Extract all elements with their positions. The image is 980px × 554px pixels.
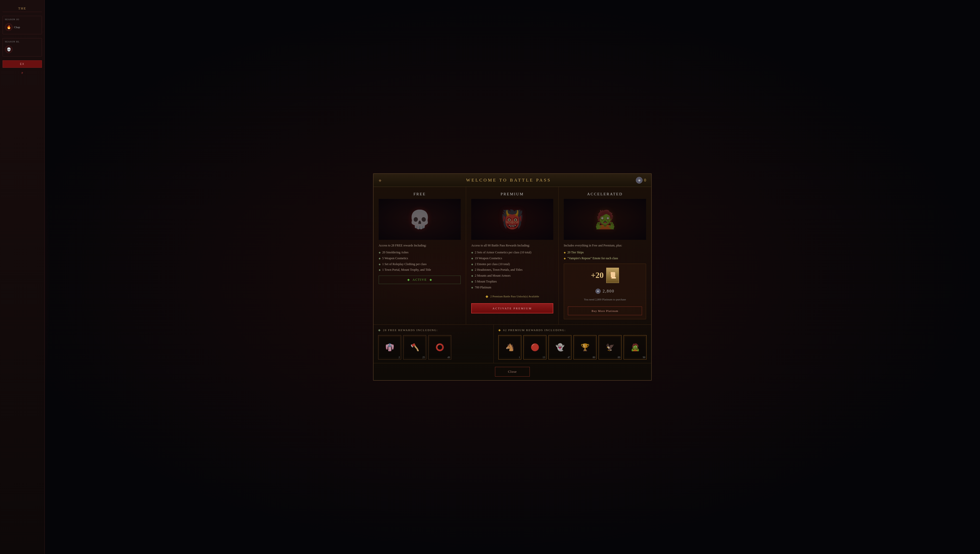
- premium-reward-card-5[interactable]: 🦅 89: [598, 335, 622, 360]
- premium-reward-art-2: 🔴: [525, 337, 545, 357]
- premium-available-row: ◆ 2 Premium Battle Pass Unlock(s) Availa…: [471, 292, 553, 301]
- premium-reward-art-3: 👻: [550, 337, 570, 357]
- available-icon: ◆: [485, 294, 488, 299]
- free-reward-badge-1: 2: [399, 356, 400, 359]
- exit-button[interactable]: EX: [3, 60, 42, 68]
- bonus-count: +20: [591, 271, 604, 280]
- tier-free: FREE 💀 Access to 28 FREE rewards Includi…: [374, 187, 466, 324]
- price-row: ◈ 2,800: [595, 289, 614, 294]
- rewards-section: ◆ 28 FREE REWARDS INCLUDING: 👘 2 🪓 25 ⭕ …: [374, 325, 651, 363]
- price-currency-icon: ◈: [595, 289, 601, 294]
- free-reward-card-2[interactable]: 🪓 25: [403, 335, 426, 360]
- active-diamond-left: ◆: [407, 278, 410, 282]
- premium-art-icon: 👹: [501, 209, 523, 230]
- free-rewards-diamond: ◆: [378, 328, 381, 332]
- premium-reward-badge-2: 13: [542, 356, 545, 359]
- premium-bullet-icon-2: ◆: [471, 257, 473, 260]
- currency-icon: ◈: [636, 177, 643, 183]
- free-rewards-panel: ◆ 28 FREE REWARDS INCLUDING: 👘 2 🪓 25 ⭕ …: [374, 325, 494, 363]
- premium-bullet-1: ◆ 2 Sets of Armor Cosmetics per class (1…: [471, 250, 553, 255]
- accelerated-bullet-1: ◆ 20 Tier Skips: [564, 250, 646, 255]
- free-reward-art-2: 🪓: [404, 337, 425, 357]
- free-rewards-label: 28 FREE REWARDS INCLUDING:: [383, 328, 438, 331]
- bonus-scroll-icon: 📜: [606, 267, 619, 283]
- sidebar-blessings-item[interactable]: 💀: [5, 45, 40, 54]
- bullet-icon-3: ◆: [379, 263, 381, 266]
- free-rewards-title: ◆ 28 FREE REWARDS INCLUDING:: [378, 328, 489, 332]
- sidebar-chapter-item[interactable]: 🔥 Chap: [5, 22, 40, 32]
- premium-reward-card-6[interactable]: 🧟 90: [624, 335, 647, 360]
- sidebar-season-journey[interactable]: SEASON JO 🔥 Chap: [3, 16, 42, 34]
- free-reward-card-1[interactable]: 👘 2: [378, 335, 401, 360]
- price-amount: 2,800: [603, 289, 614, 293]
- premium-reward-card-1[interactable]: 🐴 1: [498, 335, 521, 360]
- premium-bullet-2: ◆ 19 Weapon Cosmetics: [471, 256, 553, 261]
- active-diamond-right: ◆: [430, 278, 432, 282]
- premium-reward-card-4[interactable]: 🏆 80: [573, 335, 597, 360]
- premium-bullet-6: ◆ 5 Mount Trophies: [471, 279, 553, 284]
- active-label: ACTIVE: [413, 278, 427, 282]
- premium-bullet-icon-6: ◆: [471, 280, 473, 283]
- premium-reward-badge-1: 1: [519, 356, 520, 359]
- premium-bullet-icon-7: ◆: [471, 286, 473, 290]
- accelerated-tier-list: ◆ 20 Tier Skips ◆ "Vampire's Repose" Emo…: [564, 250, 646, 261]
- premium-bullet-icon-5: ◆: [471, 274, 473, 278]
- free-desc-title: Access to 28 FREE rewards Including:: [379, 244, 461, 248]
- sidebar: THE SEASON JO 🔥 Chap SEASON BL 💀 EX P: [0, 0, 45, 554]
- premium-reward-card-3[interactable]: 👻 47: [549, 335, 571, 360]
- free-bullet-3: ◆ 1 Set of Roleplay Clothing per class: [379, 262, 461, 266]
- premium-reward-art-1: 🐴: [500, 337, 520, 357]
- modal-header: ◆ WELCOME TO BATTLE PASS ◈ 0: [374, 174, 651, 187]
- premium-bullet-icon-3: ◆: [471, 263, 473, 266]
- accelerated-bonus-panel: +20 📜 ◈ 2,800 You need 2,800 Platinum to…: [564, 264, 646, 319]
- accelerated-desc-title: Includes everything in Free and Premium,…: [564, 244, 646, 248]
- free-tier-label: FREE: [379, 192, 461, 196]
- bullet-icon-4: ◆: [379, 268, 381, 272]
- premium-bullet-icon-4: ◆: [471, 268, 473, 272]
- free-bullet-1: ◆ 20 Smoldering Ashes: [379, 250, 461, 255]
- free-reward-art-1: 👘: [379, 337, 400, 357]
- sidebar-title: THE: [3, 5, 42, 12]
- free-reward-card-3[interactable]: ⭕ 49: [428, 335, 451, 360]
- accelerated-bullet-2-text: "Vampire's Repose" Emote for each class: [567, 256, 618, 261]
- premium-reward-badge-5: 89: [618, 356, 620, 359]
- premium-bullet-4: ◆ 2 Headstones, Town Portals, and Titles: [471, 267, 553, 272]
- accelerated-tier-image: 🧟: [564, 199, 646, 240]
- free-reward-badge-2: 25: [422, 356, 425, 359]
- accelerated-tier-label: ACCELERATED: [564, 192, 646, 196]
- premium-reward-card-2[interactable]: 🔴 13: [523, 335, 546, 360]
- buy-platinum-button[interactable]: Buy More Platinum: [568, 307, 642, 315]
- activate-premium-button[interactable]: ACTIVATE PREMIUM: [471, 303, 553, 314]
- currency-amount: 0: [644, 178, 646, 183]
- bullet-icon-2: ◆: [379, 257, 381, 260]
- free-active-badge: ◆ ACTIVE ◆: [379, 275, 461, 284]
- premium-bullet-5: ◆ 2 Mounts and Mount Armors: [471, 274, 553, 278]
- header-diamond-left: ◆: [379, 178, 382, 183]
- currency-display: ◈ 0: [636, 177, 646, 183]
- premium-reward-art-5: 🦅: [600, 337, 620, 357]
- season-blessings-label: SEASON BL: [5, 40, 40, 43]
- premium-reward-badge-4: 80: [593, 356, 595, 359]
- premium-desc-title: Access to all 90 Battle Pass Rewards Inc…: [471, 244, 553, 248]
- accelerated-bullet-2: ◆ "Vampire's Repose" Emote for each clas…: [564, 256, 646, 261]
- modal-wrapper: ◆ WELCOME TO BATTLE PASS ◈ 0 FREE 💀 Acce…: [373, 174, 652, 380]
- premium-bullet-3: ◆ 2 Emotes per class (10 total): [471, 262, 553, 266]
- modal-footer: Close: [374, 363, 651, 380]
- premium-reward-art-6: 🧟: [625, 337, 645, 357]
- chapter-icon: 🔥: [5, 23, 13, 31]
- premium-rewards-diamond: ◆: [498, 328, 501, 332]
- available-text: 2 Premium Battle Pass Unlock(s) Availabl…: [490, 295, 539, 298]
- premium-reward-badge-6: 90: [643, 356, 645, 359]
- premium-tier-label: PREMIUM: [471, 192, 553, 196]
- premium-rewards-panel: ◆ 62 PREMIUM REWARDS INCLUDING: 🐴 1 🔴 13…: [494, 325, 651, 363]
- close-button[interactable]: Close: [495, 367, 530, 377]
- sidebar-link[interactable]: P: [3, 72, 42, 75]
- tier-premium: PREMIUM 👹 Access to all 90 Battle Pass R…: [466, 187, 558, 324]
- sidebar-season-blessings[interactable]: SEASON BL 💀: [3, 38, 42, 56]
- chapter-label: Chap: [14, 25, 20, 29]
- price-note: You need 2,800 Platinum to purchase: [584, 298, 626, 301]
- premium-rewards-title: ◆ 62 PREMIUM REWARDS INCLUDING:: [498, 328, 647, 332]
- tier-accelerated: ACCELERATED 🧟 Includes everything in Fre…: [558, 187, 651, 324]
- bullet-icon-1: ◆: [379, 251, 381, 255]
- accelerated-bullet-1-text: 20 Tier Skips: [567, 250, 584, 255]
